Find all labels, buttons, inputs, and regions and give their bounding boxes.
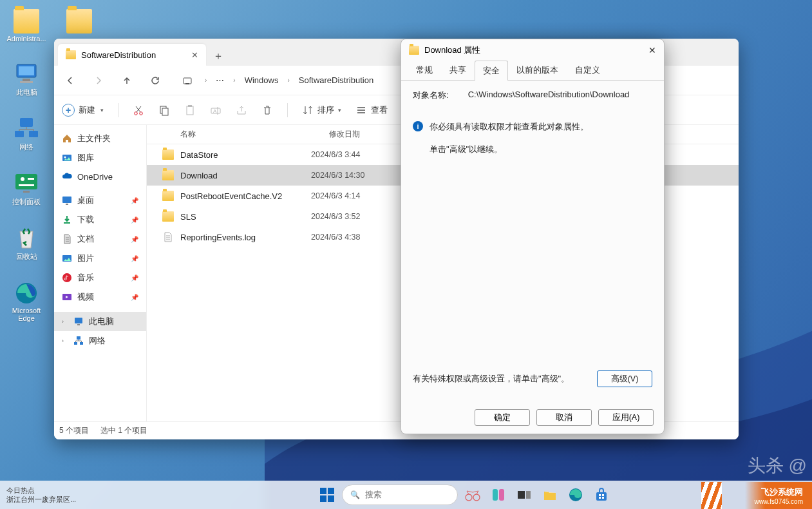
sidebar-item-download[interactable]: 下载📌	[54, 210, 146, 229]
view-button[interactable]: 查看	[355, 104, 388, 116]
store-taskbar-button[interactable]	[590, 484, 612, 506]
svg-rect-42	[596, 492, 607, 501]
label: 音乐	[77, 272, 94, 283]
desktop-icon	[62, 195, 72, 206]
label: OneDrive	[77, 172, 113, 182]
explorer-tab[interactable]: SoftwareDistribution ✕	[58, 44, 206, 66]
file-name: DataStore	[180, 150, 311, 160]
desktop-this-pc[interactable]: 此电脑	[6, 62, 46, 97]
folder-icon	[162, 149, 174, 160]
path-root-icon[interactable]	[179, 72, 196, 89]
sidebar-item-desktop[interactable]: 桌面📌	[54, 191, 146, 210]
share-button[interactable]	[236, 104, 247, 116]
rename-button[interactable]: A	[210, 104, 222, 116]
desktop-edge[interactable]: Microsoft Edge	[6, 281, 46, 322]
file-name: PostRebootEventCache.V2	[180, 191, 311, 201]
label: 下载	[77, 214, 94, 226]
close-tab-icon[interactable]: ✕	[191, 50, 198, 60]
sidebar-item-gallery[interactable]: 图库	[54, 148, 146, 168]
search-highlight-icon[interactable]	[462, 484, 484, 506]
tab-以前的版本[interactable]: 以前的版本	[508, 60, 567, 80]
tab-安全[interactable]: 安全	[475, 61, 508, 81]
copy-button[interactable]	[158, 104, 170, 116]
explorer-taskbar-button[interactable]	[539, 484, 561, 506]
desktop-folder-unnamed[interactable]	[59, 9, 99, 34]
sidebar-item-document[interactable]: 文档📌	[54, 229, 146, 249]
explorer-sidebar: 主文件夹图库OneDrive 桌面📌下载📌文档📌图片📌音乐📌视频📌 ›此电脑›网…	[54, 125, 147, 421]
news-widget[interactable]: 今日热点 浙江台州一废弃景区...	[0, 483, 116, 507]
chevron-right-icon: ›	[62, 318, 68, 325]
sidebar-item-music[interactable]: 音乐📌	[54, 268, 146, 287]
dialog-footer: 确定 取消 应用(A)	[401, 401, 664, 434]
path-ellipsis[interactable]: ⋯	[216, 75, 224, 85]
sidebar-item-picture[interactable]: 图片📌	[54, 249, 146, 268]
apply-button[interactable]: 应用(A)	[598, 409, 654, 426]
pin-icon: 📌	[131, 216, 138, 224]
advanced-hint: 单击"高级"以继续。	[430, 143, 589, 157]
cut-button[interactable]	[133, 104, 144, 116]
desktop-control-panel[interactable]: 控制面板	[6, 171, 46, 207]
forward-button[interactable]	[90, 72, 107, 89]
plus-icon: +	[62, 104, 75, 117]
svg-point-35	[466, 494, 472, 501]
sort-button[interactable]: 排序 ▾	[302, 104, 341, 116]
recycle-bin-icon	[14, 226, 39, 251]
label: Administra...	[6, 35, 46, 43]
delete-button[interactable]	[261, 104, 273, 116]
new-tab-button[interactable]: ＋	[209, 46, 228, 66]
new-button[interactable]: + 新建 ▾	[62, 104, 104, 117]
sidebar-item-pc[interactable]: ›此电脑	[54, 312, 146, 331]
search-placeholder: 搜索	[365, 489, 382, 501]
cancel-button[interactable]: 取消	[536, 409, 592, 426]
tab-自定义[interactable]: 自定义	[567, 60, 609, 80]
separator	[118, 103, 118, 117]
news-body: 浙江台州一废弃景区...	[6, 495, 109, 504]
svg-rect-37	[493, 489, 498, 501]
svg-point-28	[62, 273, 71, 282]
taskbar-search[interactable]: 🔍 搜索	[342, 485, 458, 505]
file-name: Download	[180, 171, 311, 180]
desktop-network[interactable]: 网络	[6, 117, 46, 152]
sidebar-item-video[interactable]: 视频📌	[54, 287, 146, 307]
label: 主文件夹	[77, 133, 111, 144]
dialog-title: Download 属性	[424, 44, 480, 56]
paste-button[interactable]	[184, 104, 196, 116]
column-name[interactable]: 名称	[180, 129, 329, 140]
ok-button[interactable]: 确定	[475, 409, 530, 426]
label: 此电脑	[16, 88, 37, 97]
corner-stripe	[701, 482, 722, 509]
close-button[interactable]: ✕	[648, 45, 656, 55]
svg-rect-2	[23, 79, 30, 81]
edge-taskbar-button[interactable]	[565, 484, 587, 506]
advanced-button[interactable]: 高级(V)	[597, 370, 652, 387]
item-count: 5 个项目	[59, 425, 89, 436]
up-button[interactable]	[118, 72, 135, 89]
svg-point-16	[140, 111, 143, 115]
dialog-tabs: 常规共享安全以前的版本自定义	[401, 61, 664, 81]
start-button[interactable]	[316, 484, 338, 506]
svg-rect-40	[526, 491, 531, 499]
path-segment-softwaredistribution[interactable]: SoftwareDistribution	[299, 75, 373, 85]
home-icon	[62, 133, 72, 144]
svg-point-8	[21, 177, 24, 181]
separator	[287, 103, 288, 117]
svg-rect-1	[19, 66, 34, 75]
folder-icon	[14, 9, 39, 34]
sidebar-item-onedrive[interactable]: OneDrive	[54, 168, 146, 186]
desktop-folder-administrator[interactable]: Administra...	[6, 9, 46, 43]
gallery-icon	[62, 153, 72, 163]
desktop-recycle-bin[interactable]: 回收站	[6, 226, 46, 262]
tab-常规[interactable]: 常规	[408, 60, 441, 80]
refresh-button[interactable]	[147, 72, 164, 89]
svg-rect-34	[80, 342, 83, 345]
sidebar-item-home[interactable]: 主文件夹	[54, 129, 146, 148]
task-view-button[interactable]	[513, 484, 535, 506]
svg-rect-6	[29, 131, 38, 137]
sidebar-item-net[interactable]: ›网络	[54, 331, 146, 351]
tab-共享[interactable]: 共享	[441, 60, 475, 80]
chevron-right-icon: ›	[205, 77, 207, 84]
back-button[interactable]	[62, 72, 79, 89]
copilot-button[interactable]	[487, 484, 509, 506]
file-icon	[162, 232, 174, 242]
path-segment-windows[interactable]: Windows	[245, 75, 279, 85]
